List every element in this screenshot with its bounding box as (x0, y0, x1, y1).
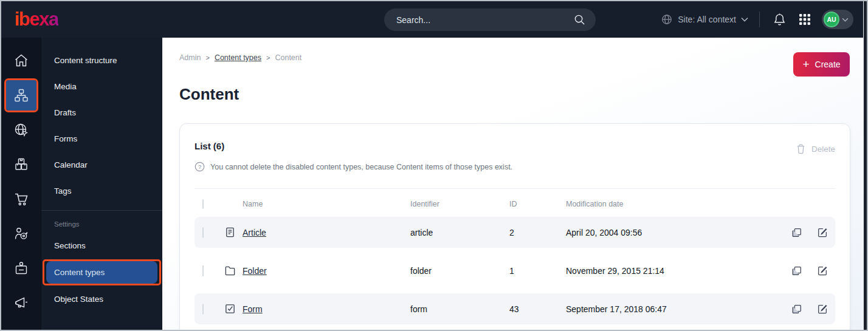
site-selector-label: Site: All context (678, 15, 736, 24)
sidebar-divider (41, 210, 162, 211)
customer-target-icon (13, 226, 29, 242)
sidebar-item-sections[interactable]: Sections (41, 233, 162, 259)
content-types-table: Name Identifier ID Modification date Art… (195, 188, 835, 324)
sidebar-settings-label: Settings (41, 216, 162, 233)
column-header-name: Name (243, 200, 410, 208)
info-text: You cannot delete the disabled content t… (210, 163, 512, 171)
info-row: ? You cannot delete the disabled content… (195, 162, 835, 172)
avatar: AU (824, 12, 839, 27)
cell-id: 2 (509, 228, 566, 237)
sidebar-item-content-structure[interactable]: Content structure (41, 47, 162, 73)
sidebar-item-content-types-label: Content types (46, 261, 157, 284)
delete-button[interactable]: Delete (796, 138, 835, 154)
sidebar-item-calendar[interactable]: Calendar (41, 152, 162, 178)
search-input[interactable] (396, 15, 573, 25)
column-header-identifier: Identifier (410, 200, 509, 208)
create-button[interactable]: + Create (793, 52, 850, 77)
globe-icon (661, 13, 673, 26)
icon-rail (1, 38, 41, 330)
rail-item-site[interactable] (6, 115, 36, 145)
breadcrumb-content-types-link[interactable]: Content types (215, 53, 261, 62)
user-menu[interactable]: AU (822, 10, 853, 29)
topbar: ibexa Site: All context (1, 1, 863, 38)
apps-grid-icon[interactable] (796, 11, 813, 28)
copy-icon[interactable] (784, 265, 810, 276)
select-all-checkbox[interactable] (202, 199, 204, 209)
table-row: Folder folder 1 November 29, 2015 21:14 (195, 255, 835, 286)
cart-icon (13, 191, 29, 207)
scrollbar-track[interactable] (863, 1, 867, 330)
app-window: ibexa Site: All context (0, 0, 868, 331)
row-checkbox[interactable] (202, 304, 204, 315)
row-checkbox[interactable] (202, 227, 204, 238)
breadcrumb-admin: Admin (179, 53, 201, 62)
folder-icon (224, 265, 243, 276)
cell-identifier: folder (410, 266, 509, 276)
rail-item-products[interactable] (6, 149, 36, 180)
cell-modification-date: November 29, 2015 21:14 (566, 266, 784, 276)
rail-item-personalization[interactable] (6, 253, 36, 284)
sidebar-item-object-states[interactable]: Object States (41, 286, 162, 312)
content-type-link[interactable]: Article (243, 228, 266, 237)
page-title: Content (179, 85, 239, 104)
content-type-link[interactable]: Folder (243, 266, 267, 276)
sitemap-icon (13, 87, 29, 103)
content-types-card: List (6) Delete ? You cannot delete the … (179, 123, 850, 330)
row-checkbox-disabled (202, 265, 204, 276)
copy-icon[interactable] (784, 227, 810, 238)
edit-icon[interactable] (810, 304, 835, 315)
rail-item-commerce[interactable] (6, 184, 36, 214)
breadcrumb-current: Content (275, 53, 301, 62)
site-context-selector[interactable]: Site: All context (661, 13, 748, 26)
table-header-row: Name Identifier ID Modification date (195, 191, 835, 217)
plus-icon: + (802, 58, 809, 70)
cell-identifier: form (410, 304, 509, 314)
form-icon (224, 303, 243, 315)
sidebar-item-media[interactable]: Media (41, 73, 162, 100)
magnifier-icon[interactable] (573, 13, 586, 27)
packages-icon (13, 157, 29, 172)
column-header-id: ID (509, 200, 566, 208)
breadcrumb-separator: > (266, 54, 270, 61)
sidebar-item-tags[interactable]: Tags (41, 178, 162, 204)
cell-modification-date: September 17, 2018 06:47 (566, 304, 784, 314)
column-header-modification-date: Modification date (566, 200, 784, 208)
trash-icon (796, 143, 806, 154)
sidebar-item-drafts[interactable]: Drafts (41, 100, 162, 126)
cell-identifier: article (410, 228, 509, 237)
edit-icon[interactable] (810, 227, 835, 238)
article-icon (224, 227, 243, 238)
notifications-bell-icon[interactable] (771, 11, 788, 28)
ibexa-logo[interactable]: ibexa (15, 9, 58, 30)
globe-cursor-icon (13, 122, 29, 138)
home-icon (13, 53, 29, 69)
table-row: Form form 43 September 17, 2018 06:47 (195, 293, 835, 324)
sidebar-item-forms[interactable]: Forms (41, 126, 162, 152)
edit-icon[interactable] (810, 265, 835, 276)
chevron-down-icon (842, 18, 849, 22)
sidebar-item-content-types[interactable]: Content types (44, 261, 159, 284)
rail-item-customers[interactable] (6, 219, 36, 249)
rail-item-content[interactable] (6, 80, 36, 111)
breadcrumb: Admin > Content types > Content (179, 53, 301, 62)
global-search[interactable] (384, 9, 596, 31)
copy-icon[interactable] (784, 304, 810, 315)
cell-id: 43 (509, 304, 566, 314)
chevron-down-icon (741, 17, 748, 22)
list-count-heading: List (6) (195, 138, 224, 151)
topbar-divider (759, 12, 760, 27)
question-circle-icon: ? (195, 162, 205, 172)
content-type-link[interactable]: Form (243, 304, 263, 314)
rail-item-dashboard[interactable] (6, 46, 36, 76)
table-row: Article article 2 April 20, 2004 09:56 (195, 217, 835, 248)
megaphone-icon (13, 295, 29, 311)
svg-text:?: ? (198, 163, 201, 170)
cell-id: 1 (509, 266, 566, 276)
rail-item-promotions[interactable] (6, 288, 36, 318)
cell-modification-date: April 20, 2004 09:56 (566, 228, 784, 237)
badge-icon (13, 261, 29, 276)
create-button-label: Create (815, 60, 841, 69)
delete-button-label: Delete (811, 145, 835, 154)
main-content: Admin > Content types > Content + Create… (162, 38, 863, 330)
topbar-right-cluster: Site: All context AU (661, 1, 853, 38)
